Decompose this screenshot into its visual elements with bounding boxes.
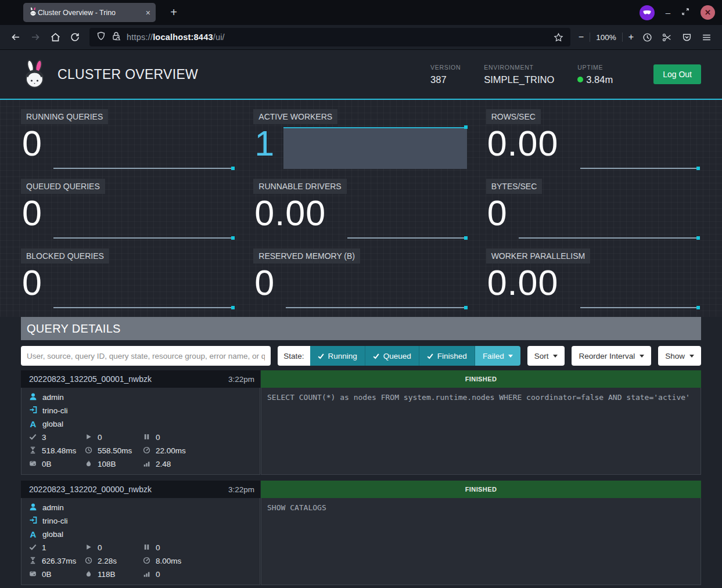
state-filter-queued[interactable]: Queued <box>365 346 419 366</box>
window-minimize-button[interactable]: – <box>666 8 670 17</box>
state-filter-failed-dropdown[interactable]: Failed <box>475 346 520 366</box>
zoom-out-button[interactable]: − <box>579 32 584 42</box>
back-button[interactable] <box>6 28 26 46</box>
query-sql-text: SHOW CATALOGS <box>261 498 701 585</box>
stat-card-runnable-drivers: RUNNABLE DRIVERS 0.00 <box>253 179 468 243</box>
stat-value: 0.00 <box>487 124 559 163</box>
query-search-input[interactable] <box>21 346 271 366</box>
show-dropdown[interactable]: Show <box>658 346 701 366</box>
stat-card-rows-sec: ROWS/SEC 0.00 <box>486 109 701 173</box>
query-sql-text: SELECT COUNT(*) as nodes FROM system.run… <box>261 388 701 475</box>
screenshot-scissors-icon[interactable] <box>657 28 677 46</box>
sparkline-dot <box>696 236 700 240</box>
reorder-interval-dropdown[interactable]: Reorder Interval <box>572 346 651 366</box>
query-user: admin <box>42 393 64 402</box>
url-text: https://localhost:8443/ui/ <box>127 33 225 42</box>
state-filter-running[interactable]: Running <box>310 346 365 366</box>
query-id-link[interactable]: 20220823_132202_00000_nwbzk <box>29 485 152 494</box>
sparkline <box>53 168 234 169</box>
browser-tab-bar: Cluster Overview - Trino × + – ✕ <box>0 0 722 25</box>
uptime-label: UPTIME <box>577 64 613 71</box>
source-login-icon <box>29 406 37 416</box>
history-icon[interactable] <box>637 28 657 46</box>
query-filter-toolbar: State: Running Queued Finished Failed <box>21 346 701 366</box>
stat-card-active-workers: ACTIVE WORKERS 1 <box>253 109 468 173</box>
query-status-badge: FINISHED <box>261 481 701 498</box>
menu-hamburger-icon[interactable] <box>696 28 716 46</box>
stat-value: 0 <box>22 194 42 233</box>
sparkline-dot <box>696 167 700 170</box>
zoom-in-button[interactable]: + <box>628 32 634 42</box>
resource-group-icon: A <box>29 529 37 539</box>
peak-memory-value: 108B <box>98 460 116 468</box>
chevron-down-icon <box>553 355 558 358</box>
window-restore-button[interactable] <box>681 8 689 18</box>
stat-value: 0.00 <box>254 194 326 233</box>
shield-icon[interactable] <box>96 31 106 43</box>
query-time: 3:22pm <box>228 375 254 384</box>
current-memory-disk-icon <box>29 460 37 469</box>
check-icon <box>427 353 433 359</box>
sparkline-dot <box>464 306 468 309</box>
check-icon <box>373 353 379 359</box>
state-filter-finished[interactable]: Finished <box>419 346 475 366</box>
logout-button[interactable]: Log Out <box>653 64 701 84</box>
zoom-level[interactable]: 100% <box>596 33 616 42</box>
stat-card-blocked-queries: BLOCKED QUERIES 0 <box>21 248 236 312</box>
query-id-link[interactable]: 20220823_132205_00001_nwbzk <box>29 374 152 384</box>
browser-tab[interactable]: Cluster Overview - Trino × <box>23 3 156 22</box>
page-title: CLUSTER OVERVIEW <box>58 67 198 82</box>
url-bar[interactable]: https://localhost:8443/ui/ <box>89 28 570 46</box>
completed-splits-value: 3 <box>42 433 46 442</box>
check-icon <box>318 353 324 359</box>
window-close-button[interactable]: ✕ <box>701 5 715 20</box>
cumulative-memory-bars-icon <box>143 460 150 469</box>
stat-card-worker-parallelism: WORKER PARALLELISM 0.00 <box>486 248 701 312</box>
home-button[interactable] <box>45 28 65 46</box>
separator <box>590 33 590 42</box>
chevron-down-icon <box>689 355 694 358</box>
lock-warning-icon[interactable] <box>112 31 121 43</box>
wall-time-value: 518.48ms <box>42 446 76 455</box>
browser-toolbar: https://localhost:8443/ui/ − 100% + <box>0 25 722 50</box>
queued-splits-value: 0 <box>156 433 160 442</box>
forward-button[interactable] <box>26 28 45 46</box>
stat-label: WORKER PARALLELISM <box>486 248 591 264</box>
pocket-icon[interactable] <box>677 28 696 46</box>
cumulative-memory-value: 2.48 <box>156 460 171 468</box>
stat-label: QUEUED QUERIES <box>21 179 105 194</box>
elapsed-time-clock-icon <box>85 446 92 456</box>
window-controls: – ✕ <box>640 5 722 20</box>
query-id-bar: 20220823_132205_00001_nwbzk 3:22pm <box>21 370 260 388</box>
stat-label: BYTES/SEC <box>486 179 543 194</box>
new-tab-button[interactable]: + <box>165 6 182 19</box>
stat-card-queued-queries: QUEUED QUERIES 0 <box>21 179 236 243</box>
query-id-bar: 20220823_132202_00000_nwbzk 3:22pm <box>21 481 260 498</box>
current-memory-disk-icon <box>29 570 37 579</box>
stat-card-bytes-sec: BYTES/SEC 0 <box>486 179 701 243</box>
query-user: admin <box>42 503 64 512</box>
browser-window: Cluster Overview - Trino × + – ✕ <box>0 0 722 588</box>
sparkline <box>580 307 699 308</box>
queued-splits-pause-icon <box>143 543 150 553</box>
sparkline <box>347 237 466 239</box>
wall-time-value: 626.37ms <box>42 557 76 565</box>
sort-dropdown[interactable]: Sort <box>527 346 565 366</box>
running-splits-value: 0 <box>98 543 102 552</box>
sparkline <box>286 307 466 308</box>
tab-close-icon[interactable]: × <box>146 8 150 17</box>
stat-value: 0 <box>22 264 42 302</box>
separator <box>622 33 623 42</box>
cluster-meta: VERSION 387 ENVIRONMENT SIMPLE_TRINO UPT… <box>430 64 701 85</box>
private-browsing-icon <box>640 5 655 20</box>
trino-favicon-icon <box>28 7 38 18</box>
reload-button[interactable] <box>65 28 85 46</box>
queued-splits-value: 0 <box>156 543 160 552</box>
stat-label: BLOCKED QUERIES <box>21 248 109 264</box>
peak-memory-value: 118B <box>98 570 116 579</box>
sparkline-dot <box>231 306 235 309</box>
bookmark-star-icon[interactable] <box>554 33 563 42</box>
stat-label: RUNNABLE DRIVERS <box>253 179 346 194</box>
version-value: 387 <box>430 74 461 85</box>
stat-value: 0 <box>22 124 42 163</box>
